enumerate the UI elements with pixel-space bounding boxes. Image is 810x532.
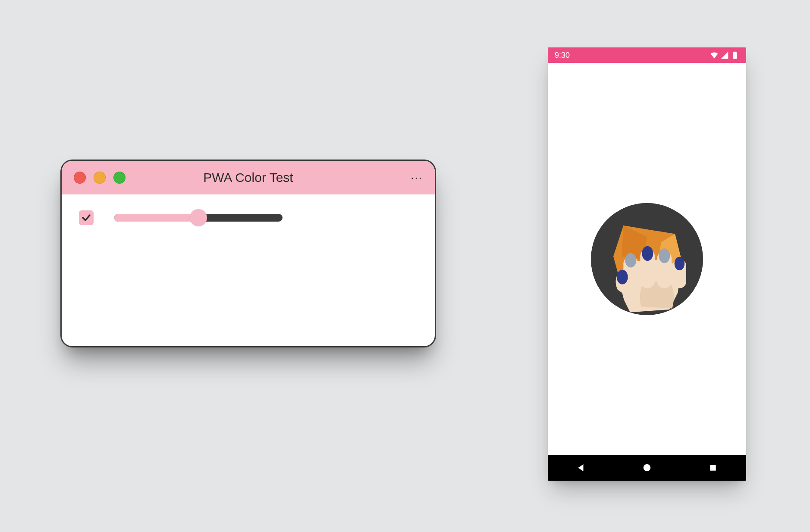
app-icon: [591, 203, 703, 315]
circle-home-icon: [642, 463, 652, 473]
android-phone: 9:30: [548, 47, 746, 481]
svg-point-5: [625, 253, 636, 267]
status-bar: 9:30: [548, 47, 746, 63]
signal-icon: [720, 51, 729, 59]
accent-slider[interactable]: [114, 209, 283, 226]
triangle-back-icon: [576, 463, 586, 473]
svg-point-10: [644, 464, 651, 472]
overflow-menu-icon[interactable]: ···: [411, 171, 423, 185]
status-icons: [710, 51, 739, 59]
svg-point-7: [659, 248, 670, 263]
android-nav-bar: [548, 455, 746, 481]
maximize-icon[interactable]: [113, 172, 126, 184]
home-button[interactable]: [630, 459, 664, 476]
window-content: [62, 194, 435, 241]
slider-fill: [114, 214, 198, 222]
splash-screen: [548, 63, 746, 455]
window-titlebar: PWA Color Test ···: [62, 161, 435, 194]
svg-point-9: [617, 269, 628, 284]
back-button[interactable]: [564, 459, 598, 476]
svg-point-6: [642, 246, 653, 261]
svg-point-8: [675, 257, 684, 270]
square-recents-icon: [709, 463, 717, 472]
recents-button[interactable]: [696, 459, 730, 476]
slider-thumb[interactable]: [190, 209, 207, 226]
traffic-lights: [74, 172, 126, 184]
battery-icon: [731, 51, 739, 59]
wifi-icon: [710, 51, 719, 59]
checkmark-icon: [81, 213, 91, 223]
mac-window: PWA Color Test ···: [60, 160, 436, 347]
accent-checkbox[interactable]: [79, 210, 94, 225]
status-time: 9:30: [555, 51, 570, 60]
squoosh-hand-icon: [591, 203, 703, 315]
svg-rect-11: [710, 465, 716, 470]
minimize-icon[interactable]: [94, 172, 106, 184]
close-icon[interactable]: [74, 172, 86, 184]
